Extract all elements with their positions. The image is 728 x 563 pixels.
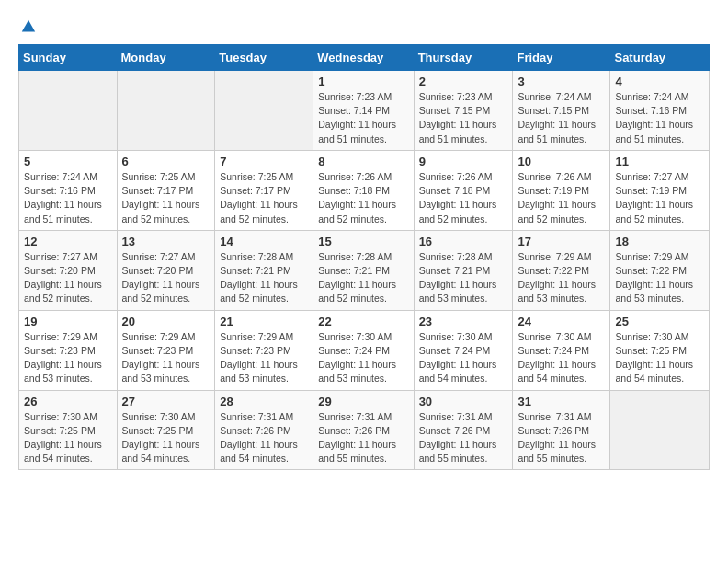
day-number: 13 xyxy=(122,235,210,248)
calendar-cell xyxy=(19,71,118,151)
day-info: Sunrise: 7:23 AMSunset: 7:14 PMDaylight:… xyxy=(318,90,408,146)
day-info: Sunrise: 7:24 AMSunset: 7:16 PMDaylight:… xyxy=(24,170,112,226)
weekday-header: Monday xyxy=(117,45,215,71)
day-number: 27 xyxy=(122,395,210,408)
calendar-cell: 18Sunrise: 7:29 AMSunset: 7:22 PMDayligh… xyxy=(610,230,710,310)
day-info: Sunrise: 7:27 AMSunset: 7:20 PMDaylight:… xyxy=(24,250,112,306)
calendar-cell: 10Sunrise: 7:26 AMSunset: 7:19 PMDayligh… xyxy=(513,150,610,230)
day-number: 12 xyxy=(24,235,112,248)
day-number: 5 xyxy=(24,155,112,168)
calendar-cell: 17Sunrise: 7:29 AMSunset: 7:22 PMDayligh… xyxy=(513,230,610,310)
calendar-cell: 29Sunrise: 7:31 AMSunset: 7:26 PMDayligh… xyxy=(313,390,414,470)
calendar-week-row: 5Sunrise: 7:24 AMSunset: 7:16 PMDaylight… xyxy=(19,150,710,230)
weekday-header: Tuesday xyxy=(215,45,313,71)
day-number: 21 xyxy=(220,315,308,328)
calendar-cell: 6Sunrise: 7:25 AMSunset: 7:17 PMDaylight… xyxy=(117,150,215,230)
calendar-cell: 12Sunrise: 7:27 AMSunset: 7:20 PMDayligh… xyxy=(19,230,118,310)
day-number: 24 xyxy=(518,315,605,328)
calendar-cell: 1Sunrise: 7:23 AMSunset: 7:14 PMDaylight… xyxy=(313,71,414,151)
day-info: Sunrise: 7:31 AMSunset: 7:26 PMDaylight:… xyxy=(220,410,308,466)
day-info: Sunrise: 7:28 AMSunset: 7:21 PMDaylight:… xyxy=(318,250,408,306)
calendar-cell: 22Sunrise: 7:30 AMSunset: 7:24 PMDayligh… xyxy=(313,310,414,390)
day-info: Sunrise: 7:31 AMSunset: 7:26 PMDaylight:… xyxy=(318,410,408,466)
calendar-cell: 3Sunrise: 7:24 AMSunset: 7:15 PMDaylight… xyxy=(513,71,610,151)
day-number: 30 xyxy=(419,395,508,408)
weekday-header: Thursday xyxy=(414,45,513,71)
day-info: Sunrise: 7:29 AMSunset: 7:23 PMDaylight:… xyxy=(220,330,308,386)
calendar-cell: 11Sunrise: 7:27 AMSunset: 7:19 PMDayligh… xyxy=(610,150,710,230)
day-info: Sunrise: 7:29 AMSunset: 7:22 PMDaylight:… xyxy=(518,250,605,306)
calendar-cell: 31Sunrise: 7:31 AMSunset: 7:26 PMDayligh… xyxy=(513,390,610,470)
day-number: 14 xyxy=(220,235,308,248)
day-info: Sunrise: 7:23 AMSunset: 7:15 PMDaylight:… xyxy=(419,90,508,146)
day-info: Sunrise: 7:24 AMSunset: 7:16 PMDaylight:… xyxy=(615,90,704,146)
logo xyxy=(18,18,37,35)
day-info: Sunrise: 7:27 AMSunset: 7:20 PMDaylight:… xyxy=(122,250,210,306)
day-number: 20 xyxy=(122,315,210,328)
day-number: 28 xyxy=(220,395,308,408)
day-number: 7 xyxy=(220,155,308,168)
day-info: Sunrise: 7:26 AMSunset: 7:18 PMDaylight:… xyxy=(419,170,508,226)
weekday-header-row: SundayMondayTuesdayWednesdayThursdayFrid… xyxy=(19,45,710,71)
day-info: Sunrise: 7:24 AMSunset: 7:15 PMDaylight:… xyxy=(518,90,605,146)
day-info: Sunrise: 7:27 AMSunset: 7:19 PMDaylight:… xyxy=(615,170,704,226)
day-info: Sunrise: 7:31 AMSunset: 7:26 PMDaylight:… xyxy=(419,410,508,466)
day-info: Sunrise: 7:26 AMSunset: 7:18 PMDaylight:… xyxy=(318,170,408,226)
day-number: 10 xyxy=(518,155,605,168)
day-info: Sunrise: 7:28 AMSunset: 7:21 PMDaylight:… xyxy=(419,250,508,306)
day-number: 25 xyxy=(615,315,704,328)
day-number: 9 xyxy=(419,155,508,168)
day-info: Sunrise: 7:29 AMSunset: 7:22 PMDaylight:… xyxy=(615,250,704,306)
day-info: Sunrise: 7:28 AMSunset: 7:21 PMDaylight:… xyxy=(220,250,308,306)
calendar-cell: 9Sunrise: 7:26 AMSunset: 7:18 PMDaylight… xyxy=(414,150,513,230)
calendar-cell xyxy=(610,390,710,470)
day-number: 2 xyxy=(419,75,508,88)
day-number: 18 xyxy=(615,235,704,248)
day-info: Sunrise: 7:30 AMSunset: 7:24 PMDaylight:… xyxy=(419,330,508,386)
day-number: 23 xyxy=(419,315,508,328)
calendar-cell: 4Sunrise: 7:24 AMSunset: 7:16 PMDaylight… xyxy=(610,71,710,151)
calendar-cell: 21Sunrise: 7:29 AMSunset: 7:23 PMDayligh… xyxy=(215,310,313,390)
day-info: Sunrise: 7:25 AMSunset: 7:17 PMDaylight:… xyxy=(122,170,210,226)
calendar-cell: 24Sunrise: 7:30 AMSunset: 7:24 PMDayligh… xyxy=(513,310,610,390)
calendar-cell xyxy=(117,71,215,151)
calendar-cell: 5Sunrise: 7:24 AMSunset: 7:16 PMDaylight… xyxy=(19,150,118,230)
day-info: Sunrise: 7:30 AMSunset: 7:25 PMDaylight:… xyxy=(122,410,210,466)
day-info: Sunrise: 7:31 AMSunset: 7:26 PMDaylight:… xyxy=(518,410,605,466)
calendar-cell: 26Sunrise: 7:30 AMSunset: 7:25 PMDayligh… xyxy=(19,390,118,470)
calendar-cell: 8Sunrise: 7:26 AMSunset: 7:18 PMDaylight… xyxy=(313,150,414,230)
day-info: Sunrise: 7:25 AMSunset: 7:17 PMDaylight:… xyxy=(220,170,308,226)
calendar-table: SundayMondayTuesdayWednesdayThursdayFrid… xyxy=(18,44,710,470)
svg-marker-0 xyxy=(22,20,35,32)
day-number: 6 xyxy=(122,155,210,168)
calendar-cell: 2Sunrise: 7:23 AMSunset: 7:15 PMDaylight… xyxy=(414,71,513,151)
day-number: 29 xyxy=(318,395,408,408)
logo-icon xyxy=(20,18,37,35)
day-number: 22 xyxy=(318,315,408,328)
day-info: Sunrise: 7:30 AMSunset: 7:25 PMDaylight:… xyxy=(615,330,704,386)
calendar-cell: 14Sunrise: 7:28 AMSunset: 7:21 PMDayligh… xyxy=(215,230,313,310)
calendar-cell: 19Sunrise: 7:29 AMSunset: 7:23 PMDayligh… xyxy=(19,310,118,390)
calendar-week-row: 26Sunrise: 7:30 AMSunset: 7:25 PMDayligh… xyxy=(19,390,710,470)
calendar-cell: 7Sunrise: 7:25 AMSunset: 7:17 PMDaylight… xyxy=(215,150,313,230)
calendar-cell: 27Sunrise: 7:30 AMSunset: 7:25 PMDayligh… xyxy=(117,390,215,470)
day-number: 11 xyxy=(615,155,704,168)
day-number: 4 xyxy=(615,75,704,88)
day-number: 8 xyxy=(318,155,408,168)
weekday-header: Friday xyxy=(513,45,610,71)
day-info: Sunrise: 7:30 AMSunset: 7:24 PMDaylight:… xyxy=(518,330,605,386)
calendar-cell: 25Sunrise: 7:30 AMSunset: 7:25 PMDayligh… xyxy=(610,310,710,390)
day-info: Sunrise: 7:30 AMSunset: 7:25 PMDaylight:… xyxy=(24,410,112,466)
day-number: 3 xyxy=(518,75,605,88)
calendar-cell: 23Sunrise: 7:30 AMSunset: 7:24 PMDayligh… xyxy=(414,310,513,390)
day-info: Sunrise: 7:29 AMSunset: 7:23 PMDaylight:… xyxy=(122,330,210,386)
calendar-cell: 16Sunrise: 7:28 AMSunset: 7:21 PMDayligh… xyxy=(414,230,513,310)
day-info: Sunrise: 7:26 AMSunset: 7:19 PMDaylight:… xyxy=(518,170,605,226)
weekday-header: Sunday xyxy=(19,45,118,71)
calendar-cell: 15Sunrise: 7:28 AMSunset: 7:21 PMDayligh… xyxy=(313,230,414,310)
calendar-cell xyxy=(215,71,313,151)
calendar-week-row: 12Sunrise: 7:27 AMSunset: 7:20 PMDayligh… xyxy=(19,230,710,310)
day-number: 15 xyxy=(318,235,408,248)
calendar-cell: 13Sunrise: 7:27 AMSunset: 7:20 PMDayligh… xyxy=(117,230,215,310)
day-info: Sunrise: 7:29 AMSunset: 7:23 PMDaylight:… xyxy=(24,330,112,386)
